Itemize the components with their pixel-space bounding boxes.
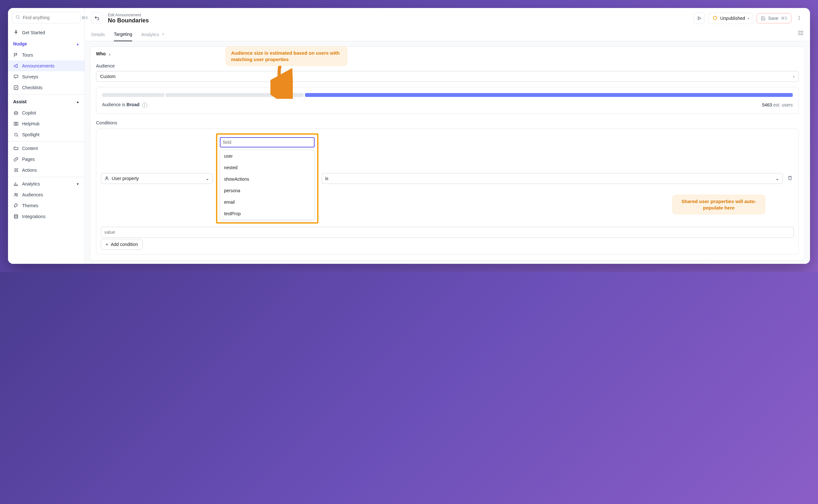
sidebar-item-get-started[interactable]: Get Started	[8, 27, 84, 38]
svg-rect-22	[801, 34, 803, 35]
sidebar-label: Integrations	[22, 214, 45, 219]
audience-select[interactable]: Custom ▾	[96, 71, 799, 82]
sidebar: ⌘K Get Started Nudge ▲ Tours Announcemen…	[8, 8, 85, 264]
link-icon	[13, 156, 19, 162]
chevron-down-icon: ▼	[76, 182, 79, 186]
sidebar-item-spotlight[interactable]: Spotlight	[8, 129, 84, 140]
content-area: Audience size is estimated based on user…	[85, 41, 810, 264]
megaphone-icon	[13, 63, 19, 69]
svg-line-1	[19, 18, 20, 19]
sidebar-item-tours[interactable]: Tours	[8, 50, 84, 60]
preview-button[interactable]	[694, 12, 705, 24]
dropdown-item[interactable]: nested	[220, 162, 314, 173]
field-text-input[interactable]	[223, 140, 311, 145]
audience-label: Audience	[96, 63, 799, 68]
audience-value: Custom	[100, 74, 115, 79]
chevron-up-icon: ▲	[76, 42, 79, 46]
sidebar-item-surveys[interactable]: Surveys	[8, 71, 84, 82]
dropdown-item[interactable]: showActions	[220, 173, 314, 185]
dots-vertical-icon	[797, 15, 802, 20]
search-icon	[13, 132, 19, 138]
dropdown-item[interactable]: user	[220, 150, 314, 162]
value-text-input[interactable]	[104, 230, 790, 235]
field-input[interactable]	[220, 137, 314, 147]
panel-who: Who ▴ Audience Custom ▾	[90, 46, 805, 261]
svg-rect-3	[14, 75, 18, 78]
tabs: Details Targeting Analytics	[85, 28, 810, 41]
status-icon	[712, 15, 718, 21]
search-input[interactable]: ⌘K	[12, 12, 81, 23]
sidebar-item-announcements[interactable]: Announcements	[8, 60, 84, 71]
value-input[interactable]	[101, 227, 794, 238]
tab-analytics[interactable]: Analytics	[141, 29, 165, 41]
svg-point-7	[16, 113, 17, 113]
info-icon[interactable]: i	[142, 103, 147, 108]
status-dropdown[interactable]: Unpublished ▾	[708, 13, 753, 24]
sidebar-label: Themes	[22, 203, 38, 208]
add-condition-button[interactable]: + Add condition	[101, 239, 143, 250]
dropdown-item[interactable]: persona	[220, 185, 314, 196]
sidebar-item-audiences[interactable]: Audiences	[8, 189, 84, 200]
condition-type-select[interactable]: User property ⌄	[101, 173, 213, 184]
svg-point-13	[14, 215, 18, 216]
svg-rect-20	[801, 31, 803, 32]
chevron-up-icon: ▴	[109, 52, 110, 56]
save-button[interactable]: Save ⌘S	[757, 13, 791, 23]
save-shortcut: ⌘S	[781, 16, 787, 20]
layout-toggle[interactable]	[798, 30, 804, 39]
folder-icon	[13, 146, 19, 151]
sidebar-item-content[interactable]: Content	[8, 143, 84, 154]
delete-condition[interactable]	[786, 174, 794, 183]
sidebar-item-themes[interactable]: Themes	[8, 200, 84, 211]
sidebar-item-pages[interactable]: Pages	[8, 154, 84, 165]
sidebar-section-nudge[interactable]: Nudge ▲	[8, 38, 84, 50]
search-field[interactable]	[23, 15, 79, 20]
est-users: 5463 est. users	[762, 102, 793, 107]
sidebar-item-actions[interactable]: Actions	[8, 165, 84, 176]
svg-line-10	[17, 136, 18, 137]
sidebar-label: Actions	[22, 168, 37, 173]
annotation-arrow-icon	[270, 64, 293, 99]
tab-targeting[interactable]: Targeting	[114, 28, 132, 41]
back-button[interactable]	[91, 12, 103, 24]
sidebar-label: Pages	[22, 157, 35, 162]
svg-point-9	[14, 133, 17, 136]
svg-point-24	[106, 177, 107, 178]
svg-point-18	[799, 19, 800, 20]
check-icon	[13, 85, 19, 91]
svg-point-6	[15, 113, 15, 113]
sidebar-item-helphub[interactable]: HelpHub	[8, 118, 84, 129]
more-menu[interactable]	[795, 13, 804, 23]
trash-icon	[787, 175, 793, 181]
sidebar-item-integrations[interactable]: Integrations	[8, 211, 84, 222]
sidebar-label: Get Started	[22, 30, 45, 35]
svg-rect-5	[14, 112, 18, 114]
chevron-down-icon: ⌄	[205, 176, 209, 181]
sidebar-label: Checklists	[22, 85, 43, 90]
sidebar-item-checklists[interactable]: Checklists	[8, 82, 84, 93]
chevron-up-icon: ▲	[76, 100, 79, 104]
flow-icon	[13, 167, 19, 173]
bot-icon	[13, 110, 19, 116]
sidebar-label: Copilot	[22, 110, 36, 115]
operator-select[interactable]: is ⌄	[322, 173, 783, 184]
play-icon	[697, 16, 702, 20]
sidebar-item-analytics[interactable]: Analytics ▼	[8, 178, 84, 189]
audience-bar	[102, 93, 793, 97]
people-icon	[13, 192, 19, 198]
dropdown-item[interactable]: testProp	[220, 208, 314, 219]
external-link-icon	[161, 33, 165, 36]
chart-icon	[13, 181, 19, 187]
tab-details[interactable]: Details	[91, 29, 105, 41]
sidebar-label: Analytics	[22, 181, 40, 186]
title-block: Edit Announcement No Boundaries	[108, 13, 688, 24]
flag-icon	[13, 52, 19, 58]
chat-icon	[13, 74, 19, 80]
annotation-callout: Shared user properties will auto-populat…	[672, 195, 765, 214]
sidebar-item-copilot[interactable]: Copilot	[8, 107, 84, 118]
dropdown-item[interactable]: email	[220, 196, 314, 208]
panel-who-header[interactable]: Who ▴	[90, 47, 805, 61]
conditions-label: Conditions	[96, 120, 799, 125]
sidebar-section-assist[interactable]: Assist ▲	[8, 96, 84, 107]
chevron-down-icon: ▾	[748, 17, 749, 20]
